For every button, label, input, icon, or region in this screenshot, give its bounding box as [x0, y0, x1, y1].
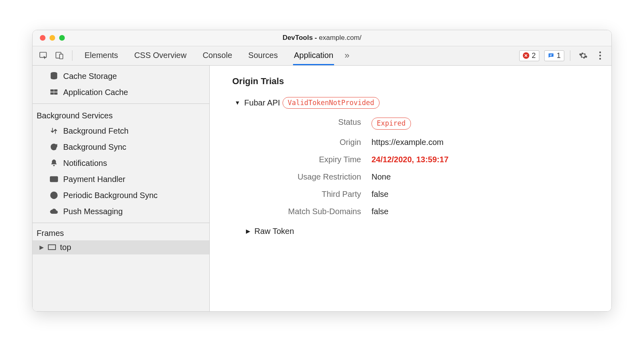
- sidebar-item-background-sync[interactable]: Background Sync: [33, 139, 209, 155]
- errors-count: 2: [532, 52, 536, 60]
- application-main-panel: Origin Trials ▼ Fubar API ValidTokenNotP…: [210, 66, 611, 311]
- svg-rect-11: [51, 92, 54, 94]
- device-toggle-icon[interactable]: [53, 49, 66, 62]
- subdomains-label: Match Sub-Domains: [240, 207, 361, 216]
- sidebar-item-application-cache[interactable]: Application Cache: [33, 84, 209, 100]
- sidebar-item-notifications[interactable]: Notifications: [33, 155, 209, 171]
- issues-icon: [548, 52, 554, 59]
- status-value: Expired: [372, 118, 599, 130]
- credit-card-icon: [50, 175, 58, 184]
- tab-application[interactable]: Application: [293, 46, 334, 65]
- settings-icon[interactable]: [576, 48, 590, 63]
- cloud-icon: [50, 207, 58, 216]
- sidebar-item-cache-storage[interactable]: Cache Storage: [33, 68, 209, 84]
- third-party-label: Third Party: [240, 190, 361, 199]
- svg-rect-3: [550, 54, 553, 55]
- sidebar-item-payment-handler[interactable]: Payment Handler: [33, 171, 209, 187]
- toolbar-separator: [72, 50, 72, 61]
- svg-rect-4: [550, 55, 552, 56]
- origin-trial-row[interactable]: ▼ Fubar API ValidTokenNotProvided: [235, 97, 599, 109]
- frame-label: top: [60, 243, 71, 252]
- sidebar-section-background-services: Background Services Background Fetch Bac…: [33, 104, 209, 223]
- collapse-arrow-icon: ▼: [235, 99, 240, 106]
- sidebar-section-frames: Frames ▶ top: [33, 223, 209, 258]
- inspect-element-icon[interactable]: [37, 49, 50, 62]
- expiry-label: Expiry Time: [240, 155, 361, 164]
- sidebar-item-label: Payment Handler: [63, 173, 126, 185]
- application-sidebar: Cache Storage Application Cache Backgrou…: [33, 66, 210, 311]
- issues-chip[interactable]: 1: [544, 50, 564, 61]
- titlebar: DevTools - example.com/: [33, 30, 611, 46]
- usage-label: Usage Restriction: [240, 172, 361, 182]
- sidebar-item-label: Application Cache: [63, 86, 128, 98]
- window-title-prefix: DevTools -: [283, 34, 319, 41]
- sidebar-section-title: Frames: [33, 225, 209, 240]
- devtools-window: DevTools - example.com/ Elements CSS Ove…: [32, 30, 612, 312]
- grid-icon: [50, 88, 58, 97]
- svg-rect-13: [50, 176, 58, 182]
- traffic-lights: [40, 35, 65, 41]
- raw-token-row[interactable]: ▶ Raw Token: [246, 227, 599, 236]
- window-title: DevTools - example.com/: [33, 34, 611, 42]
- frame-item-top[interactable]: ▶ top: [33, 240, 209, 254]
- status-label: Status: [240, 118, 361, 130]
- svg-rect-2: [60, 54, 63, 59]
- third-party-value: false: [372, 190, 599, 199]
- maximize-window-button[interactable]: [59, 35, 65, 41]
- status-badge: Expired: [372, 118, 411, 130]
- svg-point-6: [599, 55, 601, 56]
- svg-point-5: [599, 52, 601, 53]
- sidebar-item-label: Periodic Background Sync: [63, 189, 158, 201]
- panel-body: Cache Storage Application Cache Backgrou…: [33, 66, 611, 311]
- sidebar-item-label: Push Messaging: [63, 205, 123, 217]
- kebab-menu-icon[interactable]: [593, 48, 607, 63]
- sidebar-item-push-messaging[interactable]: Push Messaging: [33, 203, 209, 219]
- minimize-window-button[interactable]: [50, 35, 55, 41]
- origin-trial-name: Fubar API: [244, 98, 280, 107]
- sidebar-item-label: Cache Storage: [63, 70, 117, 82]
- tab-css-overview[interactable]: CSS Overview: [133, 46, 187, 65]
- sidebar-item-periodic-background-sync[interactable]: Periodic Background Sync: [33, 187, 209, 203]
- panel-tabs: Elements CSS Overview Console Sources Ap…: [84, 46, 334, 65]
- subdomains-value: false: [372, 207, 599, 216]
- clock-icon: [50, 191, 58, 200]
- sidebar-item-label: Notifications: [63, 157, 107, 169]
- svg-point-7: [599, 58, 601, 60]
- toolbar-separator-2: [570, 50, 570, 61]
- swap-icon: [50, 126, 58, 135]
- origin-trial-details: Status Expired Origin https://example.co…: [240, 118, 599, 216]
- sync-icon: [50, 143, 58, 151]
- window-title-host: example.com/: [319, 34, 361, 41]
- svg-rect-10: [54, 89, 57, 91]
- toolbar: Elements CSS Overview Console Sources Ap…: [33, 46, 611, 66]
- tab-console[interactable]: Console: [202, 46, 233, 65]
- usage-value: None: [372, 172, 599, 182]
- svg-rect-0: [40, 52, 47, 58]
- svg-rect-9: [51, 89, 54, 91]
- errors-chip[interactable]: ✕ 2: [519, 50, 539, 61]
- sidebar-item-label: Background Fetch: [63, 125, 128, 137]
- tab-elements[interactable]: Elements: [84, 46, 119, 65]
- more-tabs-icon[interactable]: »: [345, 50, 349, 61]
- error-icon: ✕: [523, 52, 529, 59]
- svg-rect-12: [54, 92, 57, 94]
- origin-value: https://example.com: [372, 138, 599, 147]
- origin-label: Origin: [240, 138, 361, 147]
- frame-icon: [48, 244, 56, 250]
- database-icon: [50, 72, 58, 81]
- tab-sources[interactable]: Sources: [248, 46, 279, 65]
- raw-token-label: Raw Token: [254, 227, 294, 236]
- origin-trial-badge: ValidTokenNotProvided: [283, 97, 380, 109]
- expand-arrow-icon: ▶: [246, 228, 250, 234]
- bell-icon: [50, 159, 58, 167]
- close-window-button[interactable]: [40, 35, 45, 41]
- expiry-value: 24/12/2020, 13:59:17: [372, 155, 599, 164]
- expand-arrow-icon: ▶: [39, 244, 44, 250]
- issues-count: 1: [557, 52, 561, 60]
- sidebar-item-background-fetch[interactable]: Background Fetch: [33, 123, 209, 139]
- sidebar-section-cache: Cache Storage Application Cache: [33, 66, 209, 104]
- sidebar-section-title: Background Services: [33, 108, 209, 123]
- sidebar-item-label: Background Sync: [63, 141, 126, 153]
- origin-trials-heading: Origin Trials: [232, 76, 599, 87]
